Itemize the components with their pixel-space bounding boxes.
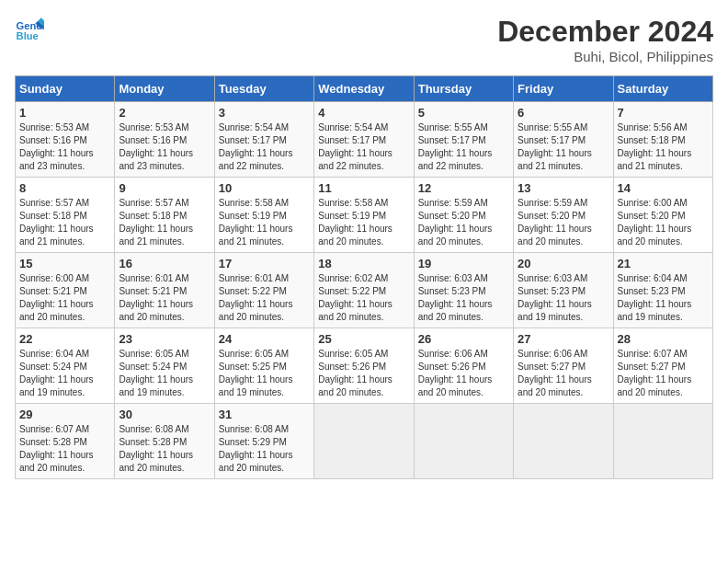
weekday-header-thursday: Thursday [414, 76, 513, 102]
day-info: Sunrise: 6:05 AMSunset: 5:26 PMDaylight:… [318, 348, 409, 399]
day-number: 31 [219, 408, 310, 421]
calendar-cell [414, 404, 513, 479]
calendar-cell: 3Sunrise: 5:54 AMSunset: 5:17 PMDaylight… [214, 102, 313, 178]
day-number: 2 [119, 106, 210, 120]
weekday-header-saturday: Saturday [613, 76, 712, 102]
day-info: Sunrise: 6:05 AMSunset: 5:24 PMDaylight:… [119, 348, 210, 399]
day-number: 18 [318, 257, 409, 270]
calendar-cell: 14Sunrise: 6:00 AMSunset: 5:20 PMDayligh… [613, 178, 712, 253]
calendar-cell: 22Sunrise: 6:04 AMSunset: 5:24 PMDayligh… [16, 328, 115, 404]
calendar-cell [514, 404, 613, 479]
day-info: Sunrise: 6:08 AMSunset: 5:29 PMDaylight:… [219, 423, 310, 475]
day-number: 13 [518, 181, 609, 195]
day-number: 4 [318, 106, 409, 120]
day-number: 20 [518, 257, 609, 270]
calendar-cell: 25Sunrise: 6:05 AMSunset: 5:26 PMDayligh… [314, 328, 414, 404]
logo-icon: General Blue [15, 15, 44, 44]
day-number: 15 [19, 257, 110, 270]
calendar-cell: 13Sunrise: 5:59 AMSunset: 5:20 PMDayligh… [514, 178, 613, 253]
day-info: Sunrise: 5:53 AMSunset: 5:16 PMDaylight:… [19, 121, 110, 173]
day-info: Sunrise: 6:06 AMSunset: 5:26 PMDaylight:… [418, 348, 509, 399]
calendar-cell: 29Sunrise: 6:07 AMSunset: 5:28 PMDayligh… [16, 404, 115, 479]
calendar-cell: 11Sunrise: 5:58 AMSunset: 5:19 PMDayligh… [314, 178, 414, 253]
calendar-cell: 28Sunrise: 6:07 AMSunset: 5:27 PMDayligh… [613, 328, 712, 404]
calendar-cell: 15Sunrise: 6:00 AMSunset: 5:21 PMDayligh… [16, 253, 115, 328]
calendar-cell: 5Sunrise: 5:55 AMSunset: 5:17 PMDaylight… [414, 102, 513, 178]
day-info: Sunrise: 5:58 AMSunset: 5:19 PMDaylight:… [318, 197, 409, 248]
weekday-header-monday: Monday [115, 76, 214, 102]
day-number: 26 [418, 332, 509, 346]
calendar-cell: 4Sunrise: 5:54 AMSunset: 5:17 PMDaylight… [314, 102, 414, 178]
day-info: Sunrise: 5:58 AMSunset: 5:19 PMDaylight:… [219, 197, 310, 248]
day-number: 11 [318, 181, 409, 195]
calendar-header-row: SundayMondayTuesdayWednesdayThursdayFrid… [16, 76, 713, 102]
day-info: Sunrise: 6:07 AMSunset: 5:28 PMDaylight:… [19, 423, 110, 475]
calendar-cell [613, 404, 712, 479]
calendar-week-row: 15Sunrise: 6:00 AMSunset: 5:21 PMDayligh… [16, 253, 713, 328]
calendar-cell: 8Sunrise: 5:57 AMSunset: 5:18 PMDaylight… [16, 178, 115, 253]
weekday-header-sunday: Sunday [16, 76, 115, 102]
calendar-cell: 2Sunrise: 5:53 AMSunset: 5:16 PMDaylight… [115, 102, 214, 178]
day-info: Sunrise: 5:53 AMSunset: 5:16 PMDaylight:… [119, 121, 210, 173]
day-number: 22 [19, 332, 110, 346]
calendar-cell: 16Sunrise: 6:01 AMSunset: 5:21 PMDayligh… [115, 253, 214, 328]
day-number: 21 [618, 257, 709, 270]
logo: General Blue [15, 15, 44, 44]
calendar-cell: 26Sunrise: 6:06 AMSunset: 5:26 PMDayligh… [414, 328, 513, 404]
calendar-cell: 19Sunrise: 6:03 AMSunset: 5:23 PMDayligh… [414, 253, 513, 328]
calendar-cell: 17Sunrise: 6:01 AMSunset: 5:22 PMDayligh… [214, 253, 313, 328]
calendar-week-row: 22Sunrise: 6:04 AMSunset: 5:24 PMDayligh… [16, 328, 713, 404]
day-number: 14 [618, 181, 709, 195]
day-number: 9 [119, 181, 210, 195]
day-info: Sunrise: 5:57 AMSunset: 5:18 PMDaylight:… [119, 197, 210, 248]
day-number: 28 [618, 332, 709, 346]
calendar-cell: 23Sunrise: 6:05 AMSunset: 5:24 PMDayligh… [115, 328, 214, 404]
svg-text:Blue: Blue [17, 30, 39, 41]
day-number: 6 [518, 106, 609, 120]
calendar-week-row: 29Sunrise: 6:07 AMSunset: 5:28 PMDayligh… [16, 404, 713, 479]
day-info: Sunrise: 6:08 AMSunset: 5:28 PMDaylight:… [119, 423, 210, 475]
day-info: Sunrise: 6:01 AMSunset: 5:21 PMDaylight:… [119, 272, 210, 324]
day-number: 3 [219, 106, 310, 120]
day-number: 19 [418, 257, 509, 270]
day-number: 23 [119, 332, 210, 346]
calendar-cell: 21Sunrise: 6:04 AMSunset: 5:23 PMDayligh… [613, 253, 712, 328]
calendar-cell: 27Sunrise: 6:06 AMSunset: 5:27 PMDayligh… [514, 328, 613, 404]
day-info: Sunrise: 5:55 AMSunset: 5:17 PMDaylight:… [518, 121, 609, 173]
day-info: Sunrise: 6:01 AMSunset: 5:22 PMDaylight:… [219, 272, 310, 324]
day-number: 5 [418, 106, 509, 120]
day-number: 10 [219, 181, 310, 195]
location-subtitle: Buhi, Bicol, Philippines [497, 49, 713, 64]
calendar-cell: 7Sunrise: 5:56 AMSunset: 5:18 PMDaylight… [613, 102, 712, 178]
day-number: 12 [418, 181, 509, 195]
calendar-week-row: 1Sunrise: 5:53 AMSunset: 5:16 PMDaylight… [16, 102, 713, 178]
day-number: 27 [518, 332, 609, 346]
day-info: Sunrise: 5:59 AMSunset: 5:20 PMDaylight:… [518, 197, 609, 248]
day-number: 8 [19, 181, 110, 195]
calendar-cell: 30Sunrise: 6:08 AMSunset: 5:28 PMDayligh… [115, 404, 214, 479]
title-block: December 2024 Buhi, Bicol, Philippines [497, 15, 713, 64]
day-number: 30 [119, 408, 210, 421]
calendar-cell: 6Sunrise: 5:55 AMSunset: 5:17 PMDaylight… [514, 102, 613, 178]
day-info: Sunrise: 5:57 AMSunset: 5:18 PMDaylight:… [19, 197, 110, 248]
calendar-cell: 24Sunrise: 6:05 AMSunset: 5:25 PMDayligh… [214, 328, 313, 404]
page-header: General Blue December 2024 Buhi, Bicol, … [15, 15, 713, 64]
day-info: Sunrise: 5:54 AMSunset: 5:17 PMDaylight:… [318, 121, 409, 173]
weekday-header-wednesday: Wednesday [314, 76, 414, 102]
calendar-cell: 12Sunrise: 5:59 AMSunset: 5:20 PMDayligh… [414, 178, 513, 253]
day-info: Sunrise: 6:00 AMSunset: 5:20 PMDaylight:… [618, 197, 709, 248]
calendar-week-row: 8Sunrise: 5:57 AMSunset: 5:18 PMDaylight… [16, 178, 713, 253]
day-number: 7 [618, 106, 709, 120]
weekday-header-friday: Friday [514, 76, 613, 102]
calendar-cell: 9Sunrise: 5:57 AMSunset: 5:18 PMDaylight… [115, 178, 214, 253]
calendar-cell: 1Sunrise: 5:53 AMSunset: 5:16 PMDaylight… [16, 102, 115, 178]
day-number: 25 [318, 332, 409, 346]
day-number: 29 [19, 408, 110, 421]
calendar-cell: 10Sunrise: 5:58 AMSunset: 5:19 PMDayligh… [214, 178, 313, 253]
day-info: Sunrise: 6:00 AMSunset: 5:21 PMDaylight:… [19, 272, 110, 324]
day-info: Sunrise: 6:05 AMSunset: 5:25 PMDaylight:… [219, 348, 310, 399]
day-info: Sunrise: 6:03 AMSunset: 5:23 PMDaylight:… [518, 272, 609, 324]
calendar-body: 1Sunrise: 5:53 AMSunset: 5:16 PMDaylight… [16, 102, 713, 479]
weekday-header-tuesday: Tuesday [214, 76, 313, 102]
day-info: Sunrise: 5:56 AMSunset: 5:18 PMDaylight:… [618, 121, 709, 173]
